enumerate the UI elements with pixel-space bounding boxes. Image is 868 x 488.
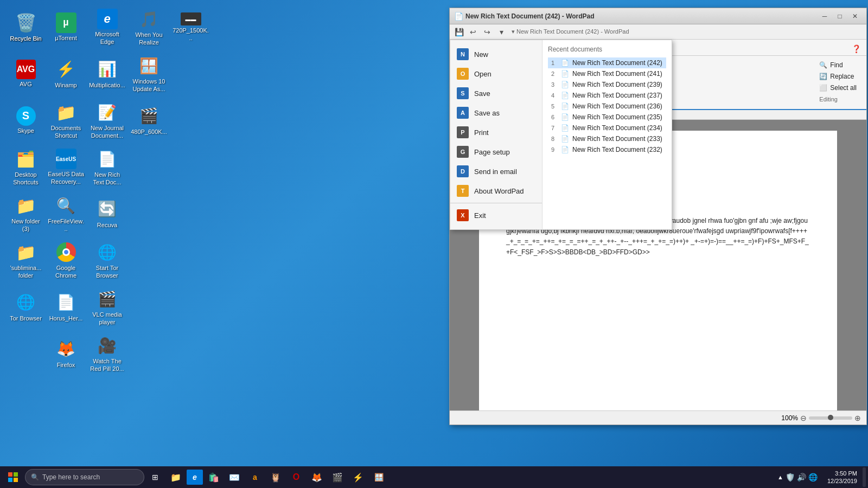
- icon-recycle-bin[interactable]: 🗑️ Recycle Bin: [5, 5, 46, 49]
- print-label: Print: [474, 129, 489, 137]
- new-journal-icon: 📝: [97, 101, 118, 123]
- icon-when-you-realize[interactable]: 🎵 When You Realize: [129, 5, 169, 49]
- recent-doc-4[interactable]: 4 📄 New Rich Text Document (237): [548, 90, 666, 101]
- minimize-button[interactable]: ─: [818, 10, 832, 22]
- multiplication-icon: 📊: [97, 59, 118, 80]
- qat-dropdown-btn[interactable]: ▾: [495, 26, 507, 38]
- icon-480p[interactable]: 🎬 480P_600K...: [129, 99, 169, 142]
- qat-save-btn[interactable]: 💾: [453, 26, 465, 38]
- icon-new-journal[interactable]: 📝 New Journal Document...: [87, 99, 127, 142]
- zoom-thumb: [828, 415, 833, 420]
- recent-doc-5[interactable]: 5 📄 New Rich Text Document (236): [548, 101, 666, 112]
- icon-start-tor[interactable]: 🌐 Start Tor Browser: [87, 239, 127, 282]
- qat-title: ▾ New Rich Text Document (242) - WordPad: [512, 28, 629, 35]
- icon-windows10[interactable]: 🪟 Windows 10 Update As...: [129, 52, 169, 95]
- icon-new-folder[interactable]: 📁 New folder (3): [5, 192, 46, 235]
- recent-doc-1[interactable]: 1 📄 New Rich Text Document (242): [548, 57, 666, 68]
- icon-horus[interactable]: 📄 Horus_Her...: [46, 285, 86, 329]
- qat-redo-btn[interactable]: ↪: [481, 26, 493, 38]
- windows-taskbar-button[interactable]: 🪟: [369, 467, 388, 487]
- file-send-email[interactable]: D Send in email: [450, 162, 542, 181]
- maximize-button[interactable]: □: [833, 10, 847, 22]
- windows10-label: Windows 10 Update As...: [131, 78, 167, 92]
- show-desktop-button[interactable]: [863, 467, 866, 487]
- file-open[interactable]: O Open: [450, 64, 542, 84]
- file-about[interactable]: T About WordPad: [450, 181, 542, 201]
- svg-rect-0: [8, 472, 12, 477]
- recent-doc-7[interactable]: 7 📄 New Rich Text Document (234): [548, 123, 666, 133]
- firefox-taskbar-button[interactable]: 🦊: [307, 467, 327, 487]
- window-controls: ─ □ ✕: [818, 10, 862, 22]
- opera-taskbar-button[interactable]: O: [286, 467, 306, 487]
- zoom-value: 100%: [781, 414, 798, 422]
- taskbar-search-box[interactable]: 🔍 Type here to search: [25, 469, 144, 485]
- file-new[interactable]: N New: [450, 44, 542, 64]
- show-hidden-icons[interactable]: ▲: [777, 474, 783, 480]
- icon-winamp[interactable]: ⚡ Winamp: [46, 52, 86, 95]
- recent-doc-9[interactable]: 9 📄 New Rich Text Document (232): [548, 144, 666, 155]
- icon-720p[interactable]: ▬▬ 720P_1500K...: [170, 5, 211, 49]
- amazon-taskbar-button[interactable]: a: [245, 467, 265, 487]
- page-setup-label: Page setup: [474, 148, 510, 156]
- edge-taskbar-button[interactable]: e: [187, 470, 203, 485]
- tripadvisor-taskbar-button[interactable]: 🦉: [266, 467, 285, 487]
- help-button[interactable]: ❓: [850, 42, 863, 55]
- recent-doc-2[interactable]: 2 📄 New Rich Text Document (241): [548, 68, 666, 79]
- recent-doc-6[interactable]: 6 📄 New Rich Text Document (235): [548, 112, 666, 123]
- select-all-button[interactable]: ⬜ Select all: [816, 83, 860, 93]
- icon-easeus[interactable]: EaseUS EaseUS Data Recovery...: [46, 145, 86, 189]
- icon-recuva[interactable]: 🔄 Recuva: [87, 192, 127, 235]
- skype-label: Skype: [17, 127, 34, 134]
- recent-doc-3[interactable]: 3 📄 New Rich Text Document (239): [548, 79, 666, 90]
- icon-tor-browser[interactable]: 🌐 Tor Browser: [5, 285, 46, 329]
- file-save[interactable]: S Save: [450, 84, 542, 103]
- close-button[interactable]: ✕: [848, 10, 862, 22]
- icon-sublimina[interactable]: 📁 'sublimina... folder: [5, 239, 46, 282]
- icon-utorrent[interactable]: µ µTorrent: [46, 5, 86, 49]
- recent-doc-1-label: New Rich Text Document (242): [572, 59, 662, 67]
- save-label: Save: [474, 89, 490, 98]
- start-tor-label: Start Tor Browser: [89, 265, 125, 279]
- volume-icon[interactable]: 🔊: [797, 473, 806, 481]
- mail-taskbar-button[interactable]: ✉️: [225, 467, 244, 487]
- 480p-label: 480P_600K...: [131, 129, 167, 136]
- network-icon[interactable]: 🌐: [808, 473, 818, 481]
- icon-new-rich-text[interactable]: 📄 New Rich Text Doc...: [87, 145, 127, 189]
- new-file-icon: N: [457, 48, 469, 60]
- window-title: New Rich Text Document (242) - WordPad: [465, 12, 818, 20]
- date-display: 12/23/2019: [827, 477, 857, 485]
- zoom-out-button[interactable]: ⊖: [800, 414, 807, 422]
- icon-multiplication[interactable]: 📊 Multiplicatio...: [87, 52, 127, 95]
- recent-doc-8[interactable]: 8 📄 New Rich Text Document (233): [548, 133, 666, 144]
- file-explorer-button[interactable]: 📁: [166, 467, 186, 487]
- icon-desktop-shortcuts[interactable]: 🗂️ Desktop Shortcuts: [5, 145, 46, 189]
- file-page-setup[interactable]: G Page setup: [450, 142, 542, 162]
- task-view-button[interactable]: ⊞: [145, 467, 165, 487]
- lightning-taskbar-button[interactable]: ⚡: [348, 467, 368, 487]
- svg-rect-1: [14, 472, 18, 477]
- icon-avg[interactable]: AVG AVG: [5, 52, 46, 95]
- zoom-in-button[interactable]: ⊕: [854, 414, 861, 422]
- qat-undo-btn[interactable]: ↩: [467, 26, 479, 38]
- file-exit[interactable]: X Exit: [450, 206, 542, 225]
- icon-freefileview[interactable]: 🔍 FreeFileView...: [46, 192, 86, 235]
- store-taskbar-button[interactable]: 🛍️: [204, 467, 224, 487]
- taskbar-clock[interactable]: 3:50 PM 12/23/2019: [823, 470, 861, 485]
- replace-button[interactable]: 🔄 Replace: [816, 72, 860, 81]
- icon-documents-shortcut[interactable]: 📁 Documents Shortcut: [46, 99, 86, 142]
- find-button[interactable]: 🔍 Find: [816, 60, 860, 70]
- find-group: 🔍 Find 🔄 Replace ⬜ Select all: [816, 60, 860, 93]
- file-save-as[interactable]: A Save as: [450, 103, 542, 123]
- vlc-taskbar-button[interactable]: 🎬: [328, 467, 347, 487]
- start-button[interactable]: [2, 467, 24, 487]
- zoom-slider[interactable]: [809, 416, 852, 420]
- file-print[interactable]: P Print: [450, 123, 542, 142]
- icon-skype[interactable]: S Skype: [5, 99, 46, 142]
- icon-watch-red-pill[interactable]: 🎥 Watch The Red Pill 20...: [87, 332, 127, 375]
- icon-google-chrome[interactable]: Google Chrome: [46, 239, 86, 282]
- icon-firefox[interactable]: 🦊 Firefox: [46, 332, 86, 375]
- svg-rect-2: [8, 478, 12, 482]
- icon-vlc[interactable]: 🎬 VLC media player: [87, 285, 127, 329]
- save-icon: S: [457, 87, 469, 99]
- icon-microsoft-edge[interactable]: e Microsoft Edge: [87, 5, 127, 49]
